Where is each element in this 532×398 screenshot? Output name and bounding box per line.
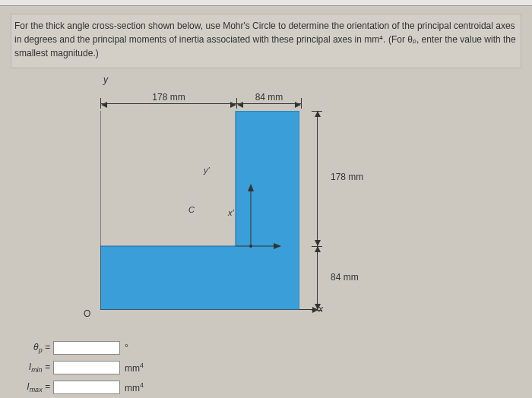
dimension-84-right: 84 mm	[316, 246, 362, 310]
imax-input[interactable]	[53, 381, 120, 394]
unit-degrees: °	[125, 343, 128, 353]
unit-mm4: mm4	[125, 381, 144, 393]
diagram: y 178 mm 84 mm	[56, 74, 482, 348]
dim-value: 84 mm	[331, 272, 359, 283]
dim-value: 178 mm	[149, 92, 188, 103]
dimension-84-top: 84 mm	[237, 103, 301, 104]
dimension-178-top: 178 mm	[101, 103, 236, 104]
answer-row-imax: Imax = mm4	[17, 380, 144, 395]
imin-input[interactable]	[53, 361, 120, 374]
cross-section-shape	[100, 111, 299, 310]
y-prime-label: y'	[204, 166, 210, 175]
content-area: For the thick angle cross-section shown …	[0, 6, 532, 355]
x-prime-label: x'	[228, 208, 234, 217]
answer-section: θp = ° Imin = mm4 Imax = mm4	[17, 340, 144, 398]
top-dimension-line: 178 mm 84 mm	[100, 96, 302, 111]
answer-row-imin: Imin = mm4	[17, 360, 144, 375]
origin-label: O	[84, 308, 90, 319]
imax-label: Imax =	[17, 381, 50, 393]
right-dimension-lines: 178 mm 84 mm	[316, 111, 377, 310]
dim-value: 84 mm	[252, 92, 287, 103]
toolbar-strip	[0, 0, 532, 6]
imin-label: Imin =	[17, 362, 50, 374]
dimension-178-right: 178 mm	[316, 111, 362, 246]
unit-mm4: mm4	[125, 362, 144, 374]
theta-p-input[interactable]	[53, 341, 120, 355]
y-axis-label: y	[103, 74, 108, 85]
dim-value: 178 mm	[331, 172, 363, 182]
answer-row-theta: θp = °	[17, 340, 144, 355]
centroid-label: C	[188, 205, 195, 214]
theta-p-label: θp =	[17, 342, 50, 354]
svg-point-4	[249, 245, 252, 248]
question-text: For the thick angle cross-section shown …	[11, 14, 521, 68]
